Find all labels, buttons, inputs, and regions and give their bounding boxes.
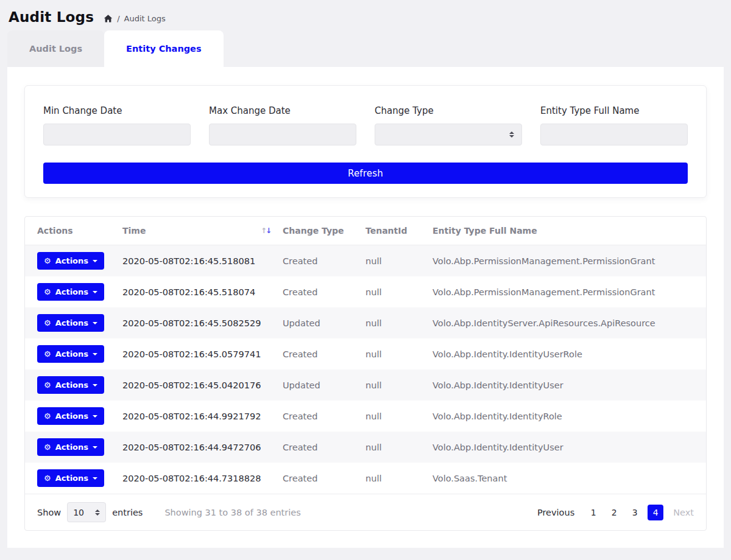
breadcrumb-current: Audit Logs bbox=[124, 14, 166, 23]
caret-down-icon bbox=[93, 260, 97, 262]
tab-entity-changes[interactable]: Entity Changes bbox=[104, 30, 223, 67]
pagination-page-3[interactable]: 3 bbox=[627, 505, 643, 520]
cell-change-type: Created bbox=[277, 463, 359, 494]
caret-down-icon bbox=[93, 477, 97, 480]
table-row: ⚙Actions 2020-05-08T02:16:45.5082529 Upd… bbox=[25, 307, 706, 338]
row-actions-button[interactable]: ⚙Actions bbox=[37, 283, 104, 301]
column-header-actions: Actions bbox=[25, 217, 116, 245]
min-change-date-input[interactable] bbox=[43, 124, 191, 145]
pagination-page-2[interactable]: 2 bbox=[606, 505, 622, 520]
main-content: Audit Logs Entity Changes Min Change Dat… bbox=[7, 30, 724, 548]
table-row: ⚙Actions 2020-05-08T02:16:44.7318828 Cre… bbox=[25, 463, 706, 494]
refresh-button[interactable]: Refresh bbox=[43, 163, 688, 184]
table-header-row: Actions Time ↑↓ Change Type TenantId Ent… bbox=[25, 217, 706, 245]
filter-grid: Min Change Date Max Change Date Change T… bbox=[43, 105, 688, 145]
cell-change-type: Created bbox=[277, 401, 359, 432]
gear-icon: ⚙ bbox=[44, 443, 51, 451]
cell-entity-type: Volo.Abp.Identity.IdentityUser bbox=[426, 432, 706, 463]
table-row: ⚙Actions 2020-05-08T02:16:45.518081 Crea… bbox=[25, 245, 706, 277]
entity-changes-table: Actions Time ↑↓ Change Type TenantId Ent… bbox=[25, 217, 706, 494]
change-type-select[interactable] bbox=[375, 124, 522, 145]
cell-change-type: Created bbox=[277, 276, 359, 307]
home-icon[interactable] bbox=[104, 14, 113, 23]
show-label: Show bbox=[37, 508, 61, 517]
cell-time: 2020-05-08T02:16:45.518081 bbox=[116, 245, 277, 277]
page-size-value: 10 bbox=[73, 508, 84, 517]
cell-change-type: Updated bbox=[277, 307, 359, 338]
filter-min-change-date: Min Change Date bbox=[43, 105, 191, 145]
cell-entity-type: Volo.Abp.Identity.IdentityRole bbox=[426, 401, 706, 432]
row-actions-button[interactable]: ⚙Actions bbox=[37, 469, 104, 487]
caret-down-icon bbox=[93, 353, 97, 355]
caret-down-icon bbox=[93, 415, 97, 418]
cell-change-type: Created bbox=[277, 432, 359, 463]
cell-entity-type: Volo.Abp.IdentityServer.ApiResources.Api… bbox=[426, 307, 706, 338]
cell-change-type: Updated bbox=[277, 369, 359, 401]
cell-tenant-id: null bbox=[359, 338, 426, 369]
cell-time: 2020-05-08T02:16:45.518074 bbox=[116, 276, 277, 307]
gear-icon: ⚙ bbox=[44, 288, 51, 296]
cell-tenant-id: null bbox=[359, 276, 426, 307]
pagination-next[interactable]: Next bbox=[673, 508, 694, 517]
row-actions-button[interactable]: ⚙Actions bbox=[37, 376, 104, 394]
cell-time: 2020-05-08T02:16:44.7318828 bbox=[116, 463, 277, 494]
caret-down-icon bbox=[93, 384, 97, 387]
cell-tenant-id: null bbox=[359, 369, 426, 401]
top-bar: Audit Logs / Audit Logs bbox=[0, 0, 731, 30]
filter-change-type: Change Type bbox=[375, 105, 522, 145]
max-change-date-input[interactable] bbox=[209, 124, 356, 145]
entity-changes-table-card: Actions Time ↑↓ Change Type TenantId Ent… bbox=[24, 216, 707, 531]
tab-bar: Audit Logs Entity Changes bbox=[7, 30, 724, 67]
select-updown-icon bbox=[95, 509, 100, 516]
sort-icon[interactable]: ↑↓ bbox=[261, 226, 270, 235]
breadcrumb: / Audit Logs bbox=[104, 14, 166, 23]
cell-time: 2020-05-08T02:16:45.0579741 bbox=[116, 338, 277, 369]
gear-icon: ⚙ bbox=[44, 474, 51, 482]
filter-entity-type: Entity Type Full Name bbox=[540, 105, 688, 145]
entity-type-input[interactable] bbox=[540, 124, 688, 145]
row-actions-button[interactable]: ⚙Actions bbox=[37, 407, 104, 425]
gear-icon: ⚙ bbox=[44, 319, 51, 327]
cell-tenant-id: null bbox=[359, 245, 426, 277]
cell-entity-type: Volo.Abp.PermissionManagement.Permission… bbox=[426, 276, 706, 307]
cell-entity-type: Volo.Saas.Tenant bbox=[426, 463, 706, 494]
column-header-tenant-id: TenantId bbox=[359, 217, 426, 245]
cell-tenant-id: null bbox=[359, 401, 426, 432]
min-change-date-label: Min Change Date bbox=[43, 105, 191, 116]
gear-icon: ⚙ bbox=[44, 412, 51, 420]
table-footer: Show 10 entries Showing 31 to 38 of 38 e… bbox=[25, 494, 706, 530]
cell-tenant-id: null bbox=[359, 307, 426, 338]
cell-entity-type: Volo.Abp.PermissionManagement.Permission… bbox=[426, 245, 706, 277]
table-row: ⚙Actions 2020-05-08T02:16:45.0420176 Upd… bbox=[25, 369, 706, 401]
column-header-change-type: Change Type bbox=[277, 217, 359, 245]
tab-audit-logs[interactable]: Audit Logs bbox=[7, 30, 104, 67]
cell-tenant-id: null bbox=[359, 463, 426, 494]
pagination-page-1[interactable]: 1 bbox=[585, 505, 601, 520]
row-actions-button[interactable]: ⚙Actions bbox=[37, 252, 104, 270]
row-actions-button[interactable]: ⚙Actions bbox=[37, 345, 104, 363]
showing-entries-text: Showing 31 to 38 of 38 entries bbox=[164, 508, 300, 517]
row-actions-button[interactable]: ⚙Actions bbox=[37, 314, 104, 332]
table-row: ⚙Actions 2020-05-08T02:16:44.9921792 Cre… bbox=[25, 401, 706, 432]
max-change-date-label: Max Change Date bbox=[209, 105, 356, 116]
row-actions-button[interactable]: ⚙Actions bbox=[37, 438, 104, 456]
page-title: Audit Logs bbox=[9, 9, 94, 25]
cell-time: 2020-05-08T02:16:44.9472706 bbox=[116, 432, 277, 463]
caret-down-icon bbox=[93, 322, 97, 324]
column-header-time[interactable]: Time ↑↓ bbox=[116, 217, 277, 245]
pagination-previous[interactable]: Previous bbox=[537, 508, 574, 517]
pagination-page-4[interactable]: 4 bbox=[648, 505, 663, 520]
cell-change-type: Created bbox=[277, 338, 359, 369]
filter-card: Min Change Date Max Change Date Change T… bbox=[24, 85, 707, 198]
cell-time: 2020-05-08T02:16:45.5082529 bbox=[116, 307, 277, 338]
caret-down-icon bbox=[93, 446, 97, 449]
gear-icon: ⚙ bbox=[44, 257, 51, 265]
page-size-select[interactable]: 10 bbox=[67, 502, 106, 522]
table-row: ⚙Actions 2020-05-08T02:16:44.9472706 Cre… bbox=[25, 432, 706, 463]
breadcrumb-separator: / bbox=[117, 14, 119, 23]
select-updown-icon bbox=[509, 131, 514, 138]
entity-type-label: Entity Type Full Name bbox=[540, 105, 688, 116]
cell-time: 2020-05-08T02:16:45.0420176 bbox=[116, 369, 277, 401]
cell-tenant-id: null bbox=[359, 432, 426, 463]
cell-time: 2020-05-08T02:16:44.9921792 bbox=[116, 401, 277, 432]
